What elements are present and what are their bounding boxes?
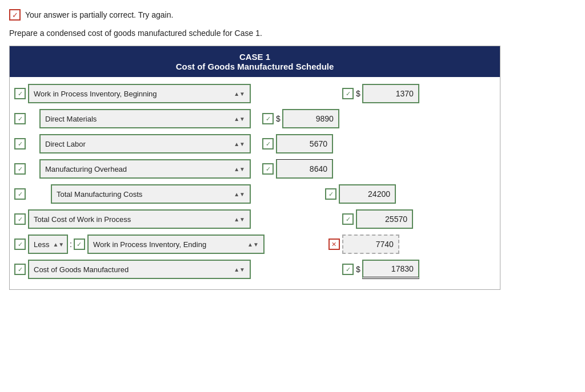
check-wip-ending-val: ✕ [328, 239, 340, 250]
total-mfg-label: Total Manufacturing Costs [57, 190, 142, 199]
direct-labor-dropdown[interactable]: Direct Labor ▲▼ [39, 134, 251, 153]
less-dropdown[interactable]: Less ▲▼ [28, 235, 68, 254]
cogm-arrow: ▲▼ [234, 266, 245, 273]
dollar-wip-beginning: $ [356, 89, 360, 98]
direct-materials-arrow: ▲▼ [234, 116, 245, 122]
row-wip-ending: ✓ Less ▲▼ : ✓ Work in Process Inventory,… [14, 233, 495, 255]
wip-beginning-dropdown[interactable]: Work in Process Inventory, Beginning ▲▼ [28, 84, 251, 103]
cogm-dropdown[interactable]: Cost of Goods Manufactured ▲▼ [28, 260, 251, 279]
check-cogm: ✓ [14, 264, 26, 275]
schedule-body: ✓ Work in Process Inventory, Beginning ▲… [10, 77, 500, 289]
feedback-bar: ✓ Your answer is partially correct. Try … [9, 9, 576, 21]
check-wip-beginning-val: ✓ [342, 88, 354, 99]
total-mfg-arrow: ▲▼ [234, 191, 245, 197]
check-wip-beginning: ✓ [14, 88, 26, 99]
row-direct-labor: ✓ Direct Labor ▲▼ ✓ 5670 [14, 133, 495, 155]
cogm-label: Cost of Goods Manufactured [34, 265, 129, 274]
direct-materials-label: Direct Materials [45, 115, 97, 123]
wip-ending-value[interactable]: 7740 [342, 235, 399, 254]
direct-materials-value[interactable]: 9890 [282, 109, 339, 128]
total-mfg-dropdown[interactable]: Total Manufacturing Costs ▲▼ [51, 184, 251, 204]
direct-labor-label: Direct Labor [45, 140, 86, 148]
row-total-mfg: ✓ Total Manufacturing Costs ▲▼ ✓ 24200 [14, 183, 495, 205]
wip-ending-label: Work in Process Inventory, Ending [93, 240, 206, 249]
mfg-overhead-dropdown[interactable]: Manufacturing Overhead ▲▼ [39, 159, 251, 179]
total-wip-dropdown[interactable]: Total Cost of Work in Process ▲▼ [28, 209, 251, 229]
check-total-wip: ✓ [14, 213, 26, 225]
wip-ending-dropdown[interactable]: Work in Process Inventory, Ending ▲▼ [87, 235, 265, 254]
instruction-text: Prepare a condensed cost of goods manufa… [9, 29, 576, 38]
check-dl-val: ✓ [262, 138, 274, 149]
schedule-title-line1: CASE 1 [15, 52, 494, 62]
direct-materials-dropdown[interactable]: Direct Materials ▲▼ [39, 109, 251, 128]
wip-ending-arrow: ▲▼ [247, 241, 259, 248]
direct-labor-value[interactable]: 5670 [276, 134, 333, 153]
wip-beginning-arrow: ▲▼ [234, 91, 245, 97]
check-direct-materials: ✓ [14, 113, 26, 124]
mfg-overhead-arrow: ▲▼ [234, 166, 245, 172]
check-less: ✓ [14, 239, 26, 250]
check-total-mfg: ✓ [14, 188, 26, 200]
cogm-value[interactable]: 17830 [362, 260, 419, 279]
colon-separator: : [70, 240, 72, 249]
check-wip-ending: ✓ [74, 239, 85, 250]
total-wip-label: Total Cost of Work in Process [34, 215, 131, 224]
wip-beginning-value[interactable]: 1370 [362, 84, 419, 103]
schedule-header: CASE 1 Cost of Goods Manufactured Schedu… [10, 46, 500, 77]
dollar-dm: $ [276, 114, 281, 123]
less-label: Less [34, 240, 49, 249]
feedback-text: Your answer is partially correct. Try ag… [25, 10, 173, 19]
check-mfg-overhead: ✓ [14, 163, 26, 175]
row-wip-beginning: ✓ Work in Process Inventory, Beginning ▲… [14, 83, 495, 104]
mfg-overhead-label: Manufacturing Overhead [45, 165, 127, 173]
row-total-wip: ✓ Total Cost of Work in Process ▲▼ ✓ 255… [14, 208, 495, 230]
row-direct-materials: ✓ Direct Materials ▲▼ ✓ $ 9890 [14, 108, 495, 130]
check-oh-val: ✓ [262, 163, 274, 175]
wip-beginning-label: Work in Process Inventory, Beginning [34, 90, 157, 98]
check-dm-val: ✓ [262, 113, 274, 124]
direct-labor-arrow: ▲▼ [234, 141, 245, 147]
row-mfg-overhead: ✓ Manufacturing Overhead ▲▼ ✓ 8640 [14, 158, 495, 180]
check-cogm-val: ✓ [342, 264, 354, 275]
row-cogm: ✓ Cost of Goods Manufactured ▲▼ ✓ $ 1783… [14, 258, 495, 280]
mfg-overhead-value[interactable]: 8640 [276, 159, 333, 179]
check-direct-labor: ✓ [14, 138, 26, 149]
schedule-title-line2: Cost of Goods Manufactured Schedule [15, 62, 494, 71]
check-total-mfg-val: ✓ [325, 188, 336, 200]
dollar-cogm: $ [356, 265, 360, 274]
total-wip-value[interactable]: 25570 [356, 209, 413, 229]
check-total-wip-val: ✓ [342, 213, 354, 225]
total-mfg-value[interactable]: 24200 [339, 184, 396, 204]
total-wip-arrow: ▲▼ [234, 216, 245, 223]
schedule-container: CASE 1 Cost of Goods Manufactured Schedu… [9, 46, 500, 290]
less-arrow: ▲▼ [53, 241, 64, 248]
feedback-icon: ✓ [9, 9, 21, 21]
